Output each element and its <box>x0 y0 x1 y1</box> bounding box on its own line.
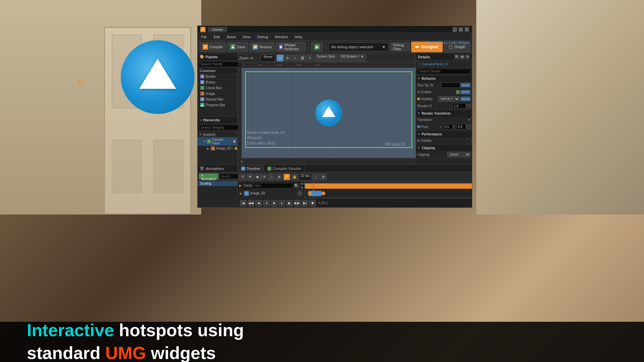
pb-stop[interactable]: ■ <box>271 200 277 206</box>
pb-step-forward3[interactable]: ▶▶ <box>294 200 301 206</box>
palette-item-button-label: Button <box>206 80 215 84</box>
tl-square-button[interactable]: □ <box>268 174 275 180</box>
isenabled-checkbox[interactable] <box>456 90 460 94</box>
tooltip-input[interactable] <box>441 82 460 88</box>
play-button[interactable]: ▶ <box>311 42 323 52</box>
visibility-bind-button[interactable]: Bind▼ <box>461 97 471 101</box>
tl-key-button[interactable]: 🔑 <box>283 174 290 180</box>
lock-icon[interactable]: 🔒 <box>232 139 236 143</box>
tl-record-button[interactable]: ▼ <box>262 174 267 180</box>
isenabled-bind-button[interactable]: Bind▼ <box>461 90 471 95</box>
canvas-viewport[interactable]: 0 500 1000 1500 2000 7 <box>238 63 416 165</box>
renderopacity-arrow[interactable]: ▲ <box>467 104 471 108</box>
tl-play-button[interactable]: ▶ <box>255 174 261 180</box>
minimize-button[interactable]: _ <box>452 27 457 32</box>
visibility-dropdown[interactable]: Self Hit T <box>438 96 460 102</box>
details-search-input[interactable] <box>417 69 471 74</box>
palette-item-image[interactable]: I Image <box>198 91 237 97</box>
pb-record[interactable]: ⏺ <box>309 200 316 206</box>
details-performance-header[interactable]: ▼ Performance <box>416 131 472 137</box>
menu-debug[interactable]: Debug <box>256 34 269 40</box>
debug-dropdown[interactable]: No debug object selected ▼ <box>328 43 389 51</box>
animation-item-scaling[interactable]: Scaling <box>198 181 237 186</box>
menu-edit[interactable]: Edit <box>212 34 221 40</box>
details-grid-icon[interactable]: ⊞ <box>460 55 465 59</box>
tooltip-bind-button[interactable]: Bind▼ <box>461 83 471 87</box>
fps-dropdown[interactable]: 20 fps <box>299 174 311 180</box>
pivot-x-input[interactable] <box>443 124 452 129</box>
canvas-toggle-grid[interactable]: ⊞ <box>284 55 291 61</box>
details-behavior-header[interactable]: ▼ Behavior <box>416 75 472 82</box>
screen-size-dropdown[interactable]: Screen Size <box>314 54 337 62</box>
details-search-icon[interactable]: 🔍 <box>454 55 459 59</box>
palette-item-named-slot[interactable]: S Named Slot <box>198 97 237 102</box>
tl-snap2-button[interactable]: ⊞ <box>320 174 327 180</box>
pb-step-back2[interactable]: ◀ <box>255 200 262 206</box>
palette-item-button[interactable]: B Button <box>198 79 237 85</box>
clipping-dropdown[interactable]: Inherit <box>447 152 471 157</box>
nav-circle[interactable] <box>121 40 195 114</box>
fill-screen-dropdown[interactable]: Fill Screen = ▼ <box>338 54 366 62</box>
pb-step-forward2[interactable]: ▶ <box>286 200 293 206</box>
widget-reflector-button[interactable]: ◉ Widget Reflector <box>276 42 306 52</box>
canvas-toggle-img[interactable]: 🖼 <box>299 55 306 61</box>
renderopacity-input[interactable] <box>452 103 466 109</box>
canvas-toggle-r[interactable]: R <box>277 55 283 61</box>
canvas-toggle-info[interactable]: ℹ <box>306 55 313 61</box>
pb-step-back[interactable]: ◀◀ <box>248 200 254 206</box>
pb-goto-start[interactable]: |◀ <box>240 200 247 206</box>
palette-item-border[interactable]: B Border <box>198 74 237 79</box>
debug-filter-button[interactable]: Debug Filter <box>390 43 410 51</box>
orange-dot[interactable] <box>78 80 83 85</box>
pb-goto-end[interactable]: ▶| <box>302 200 308 206</box>
details-render-transform-header[interactable]: ▼ Render Transform <box>416 110 472 117</box>
tl-loop-button[interactable]: ↺ <box>239 174 246 180</box>
subtitle-widgets: widgets <box>146 343 216 362</box>
tl-snap-button[interactable]: ⊕ <box>276 174 282 180</box>
menu-file[interactable]: File <box>200 34 208 40</box>
animation-add-button[interactable]: + Animation <box>199 173 218 179</box>
tab-marker[interactable]: marker <box>208 27 227 32</box>
tab-compiler-results[interactable]: C Compiler Results <box>264 165 305 172</box>
menu-help[interactable]: Help <box>293 34 304 40</box>
canvas-status-bar: ⚙ <box>238 158 416 165</box>
image-lock-icon[interactable]: 🔒 <box>234 146 237 150</box>
eye-icon[interactable]: 👁 <box>229 139 232 143</box>
details-canvas-panel-id: □ CanvasPanel_0 <box>416 61 472 68</box>
canvas-none-button[interactable]: None <box>261 54 275 62</box>
tl-view-button[interactable]: 👁 <box>247 174 254 180</box>
tl-lock-button[interactable]: 🔒 <box>291 174 298 180</box>
details-filter-icon[interactable]: ▼ <box>465 55 470 59</box>
hierarchy-canvas-label: Canvas Pane <box>212 138 229 145</box>
compile-button[interactable]: ⚙ Compile <box>200 42 226 52</box>
canvas-widget-image[interactable] <box>315 100 342 126</box>
hierarchy-item-marker[interactable]: ▼ [marker] <box>198 132 237 137</box>
palette-item-checkbox[interactable]: ✓ Check Box <box>198 85 237 91</box>
canvas-toggle-1[interactable]: 1 <box>291 55 298 61</box>
pb-step-back3[interactable]: ◂ <box>263 200 270 206</box>
pivot-y-input[interactable] <box>457 124 466 129</box>
close-button[interactable]: × <box>465 27 469 32</box>
image60-add-key-button[interactable]: + <box>297 191 303 196</box>
hierarchy-item-canvas[interactable]: ▼ C Canvas Pane 👁 🔒 <box>198 137 237 146</box>
menu-asset[interactable]: Asset <box>225 34 237 40</box>
pb-step-forward[interactable]: ▸ <box>278 200 285 206</box>
palette-item-progress-bar[interactable]: ▬ Progress Bar <box>198 102 237 108</box>
menu-view[interactable]: View <box>241 34 252 40</box>
track-row-image60[interactable]: ▶ I Image_60 + <box>238 190 305 197</box>
maximize-button[interactable]: □ <box>459 27 463 32</box>
hierarchy-item-image60[interactable]: ▶ I Image_60 👁 🔒 <box>198 146 237 151</box>
image-eye-icon[interactable]: 👁 <box>231 146 234 150</box>
browse-button[interactable]: 📁 Browse <box>250 42 275 52</box>
track-filter-search-icon[interactable]: 🔍 <box>294 183 299 188</box>
details-clipping-header[interactable]: ▼ Clipping <box>416 144 472 151</box>
pivot-expand-icon[interactable]: ▲ <box>467 125 471 129</box>
tl-cursor-button[interactable]: ↕ <box>312 174 319 180</box>
pivot-dot[interactable] <box>417 125 420 128</box>
visibility-dot[interactable] <box>417 98 420 100</box>
isvolatile-checkbox[interactable] <box>467 139 471 143</box>
track-filter-input[interactable] <box>253 183 293 188</box>
menu-window[interactable]: Window <box>273 34 289 40</box>
tab-timeline[interactable]: T Timeline <box>238 165 264 172</box>
save-button[interactable]: 💾 Save <box>227 42 248 52</box>
